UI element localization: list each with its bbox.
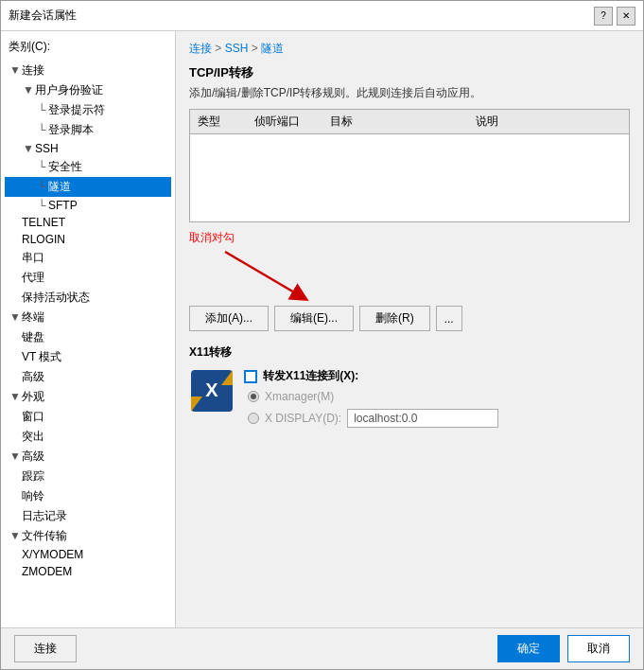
breadcrumb-tunnel[interactable]: 隧道 [261, 42, 284, 55]
sidebar-item-tracking[interactable]: 跟踪 [5, 467, 171, 486]
sidebar-item-highlight[interactable]: 突出 [5, 427, 171, 447]
ok-button[interactable]: 确定 [497, 635, 560, 662]
table-header: 类型 侦听端口 目标 说明 [190, 110, 629, 134]
title-bar: 新建会话属性 ? ✕ [1, 1, 643, 31]
expand-icon: ▼ [9, 390, 22, 403]
expand-icon: ▼ [9, 310, 22, 324]
help-button[interactable]: ? [594, 7, 613, 26]
x11-inner: X 转发X11连接到(X): [189, 368, 630, 428]
red-arrow-svg [216, 247, 329, 304]
sidebar-item-bell[interactable]: 响铃 [5, 486, 171, 506]
xmanager-radio-row: Xmanager(M) [244, 390, 498, 403]
close-button[interactable]: ✕ [617, 7, 635, 26]
expand-icon: ▼ [22, 142, 35, 155]
col-listen: 侦听端口 [254, 114, 330, 130]
breadcrumb-connect[interactable]: 连接 [189, 42, 212, 55]
title-buttons: ? ✕ [594, 7, 635, 26]
sidebar-item-rlogin[interactable]: RLOGIN [5, 231, 171, 248]
x11-forward-row: 转发X11连接到(X): [244, 368, 498, 384]
x11-icon: X [189, 368, 235, 414]
section-title: TCP/IP转移 [189, 64, 630, 81]
x11-section: X11转移 X [189, 344, 630, 428]
button-row: 添加(A)... 编辑(E)... 删除(R) ... [189, 306, 630, 331]
sidebar-item-sftp[interactable]: └SFTP [5, 197, 171, 214]
forwarding-table: 类型 侦听端口 目标 说明 [189, 109, 630, 222]
dash-icon: └ [35, 199, 48, 212]
annotation-area: 取消对勾 [189, 230, 630, 306]
col-type: 类型 [198, 114, 254, 130]
sidebar-item-login-script[interactable]: └登录脚本 [5, 120, 171, 140]
xdisplay-row: X DISPLAY(D): [244, 409, 498, 428]
sidebar-item-terminal[interactable]: ▼终端 [5, 308, 171, 327]
sidebar-item-proxy[interactable]: 代理 [5, 268, 171, 288]
expand-icon: ▼ [9, 529, 22, 542]
xmanager-logo-icon: X [191, 370, 233, 412]
sidebar-item-ssh[interactable]: ▼SSH [5, 140, 171, 157]
breadcrumb-sep2: > [252, 42, 261, 55]
sidebar-item-keyboard[interactable]: 键盘 [5, 327, 171, 347]
sidebar-item-vt-modes[interactable]: VT 模式 [5, 347, 171, 367]
bottom-bar: 连接 确定 取消 [1, 627, 643, 669]
xdisplay-input[interactable] [347, 409, 498, 428]
sidebar-item-xymodem[interactable]: X/YMODEM [5, 546, 171, 563]
dialog-body: 类别(C): ▼连接 ▼用户身份验证 └登录提示符 └登录脚本 ▼SSH └安全… [1, 31, 643, 627]
sidebar-item-advanced2[interactable]: ▼高级 [5, 447, 171, 467]
breadcrumb: 连接 > SSH > 隧道 [189, 41, 630, 57]
sidebar-item-telnet[interactable]: TELNET [5, 214, 171, 231]
xmanager-radio[interactable] [248, 391, 259, 402]
sidebar: 类别(C): ▼连接 ▼用户身份验证 └登录提示符 └登录脚本 ▼SSH └安全… [1, 31, 176, 627]
svg-text:X: X [205, 379, 218, 400]
expand-icon: ▼ [22, 83, 35, 97]
expand-icon: ▼ [9, 63, 22, 77]
xdisplay-radio[interactable] [248, 413, 259, 424]
breadcrumb-ssh[interactable]: SSH [225, 42, 249, 55]
sidebar-item-appearance[interactable]: ▼外观 [5, 387, 171, 407]
dialog-title: 新建会话属性 [9, 8, 77, 24]
col-target: 目标 [330, 114, 476, 130]
forward-x11-label: 转发X11连接到(X): [263, 368, 358, 384]
dash-icon: └ [35, 123, 48, 136]
sidebar-item-serial[interactable]: 串口 [5, 248, 171, 268]
sidebar-item-log[interactable]: 日志记录 [5, 506, 171, 526]
content-panel: 连接 > SSH > 隧道 TCP/IP转移 添加/编辑/删除TCP/IP转移规… [176, 31, 643, 627]
sidebar-item-file-transfer[interactable]: ▼文件传输 [5, 526, 171, 546]
x11-title: X11转移 [189, 344, 630, 361]
table-body [190, 134, 629, 210]
more-button[interactable]: ... [436, 306, 462, 331]
col-desc: 说明 [476, 114, 621, 130]
sidebar-item-keepalive[interactable]: 保持活动状态 [5, 288, 171, 308]
add-button[interactable]: 添加(A)... [189, 306, 269, 331]
xdisplay-label: X DISPLAY(D): [265, 412, 341, 425]
svg-line-1 [225, 252, 301, 296]
dialog-window: 新建会话属性 ? ✕ 类别(C): ▼连接 ▼用户身份验证 └登录提示符 └登录… [0, 0, 644, 670]
sidebar-item-connect[interactable]: ▼连接 [5, 61, 171, 80]
sidebar-item-security[interactable]: └安全性 [5, 157, 171, 177]
dash-icon: └ [35, 160, 48, 173]
sidebar-item-tunnel[interactable]: └隧道 [5, 177, 171, 197]
sidebar-label: 类别(C): [5, 39, 171, 55]
delete-button[interactable]: 删除(R) [359, 306, 430, 331]
xmanager-label: Xmanager(M) [265, 390, 334, 403]
dash-icon: └ [35, 103, 48, 116]
annotation-label: 取消对勾 [189, 230, 235, 246]
dash-icon: └ [35, 180, 48, 193]
x11-options: 转发X11连接到(X): Xmanager(M) X DISPLAY(D): [244, 368, 498, 428]
cancel-button[interactable]: 取消 [567, 635, 630, 662]
sidebar-item-zmodem[interactable]: ZMODEM [5, 563, 171, 580]
breadcrumb-sep1: > [215, 42, 224, 55]
sidebar-item-login-prompt[interactable]: └登录提示符 [5, 100, 171, 120]
connect-button[interactable]: 连接 [14, 635, 77, 662]
sidebar-item-auth[interactable]: ▼用户身份验证 [5, 80, 171, 100]
section-desc: 添加/编辑/删除TCP/IP转移规则。此规则连接后自动应用。 [189, 85, 630, 101]
forward-x11-checkbox[interactable] [244, 370, 257, 383]
edit-button[interactable]: 编辑(E)... [274, 306, 354, 331]
sidebar-item-window[interactable]: 窗口 [5, 407, 171, 427]
sidebar-item-advanced[interactable]: 高级 [5, 367, 171, 387]
expand-icon: ▼ [9, 450, 22, 463]
